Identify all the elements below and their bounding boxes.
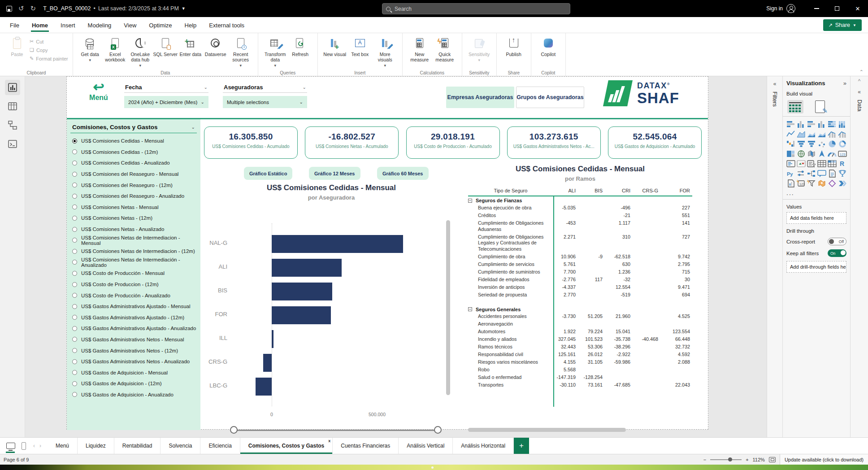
- pie-chart-icon[interactable]: [828, 140, 837, 148]
- matrix-row[interactable]: Automotores1.92279.22415.041123.554: [468, 328, 692, 336]
- page-tab-an-lisis-horizontal[interactable]: Análisis Horizontal: [453, 438, 514, 454]
- transform-data-button[interactable]: Transform data ▾: [263, 36, 288, 68]
- quick-measure-button[interactable]: ϟQuick measure: [432, 36, 457, 62]
- document-title[interactable]: T_BO_APS_00002 • Last saved: 2/3/2025 at…: [43, 5, 186, 12]
- radio-icon[interactable]: [72, 326, 77, 331]
- collapse-ribbon-icon[interactable]: ⌃: [859, 69, 864, 75]
- clustered-column-chart-icon[interactable]: [817, 120, 826, 128]
- menu-tab-external-tools[interactable]: External tools: [203, 18, 251, 32]
- bar[interactable]: [272, 306, 331, 324]
- radio-icon[interactable]: [72, 260, 77, 265]
- smart-filter-icon[interactable]: ϟ: [807, 179, 816, 187]
- grafico-estatico-button[interactable]: Gráfico Estático: [244, 167, 292, 180]
- map-icon[interactable]: [797, 150, 806, 158]
- excel-workbook-button[interactable]: XExcel workbook: [103, 36, 128, 62]
- matrix-row[interactable]: Créditos-21551: [468, 212, 692, 219]
- bar-chart[interactable]: NAL-GALIBISFORILLCRS-GLBC-G0500.000: [197, 218, 455, 418]
- paginated-report-icon[interactable]: [828, 170, 837, 178]
- chart-range-slider[interactable]: [230, 426, 442, 434]
- waterfall-chart-icon[interactable]: [786, 140, 795, 148]
- bar[interactable]: [272, 330, 273, 348]
- share-button[interactable]: ↗ Share ▼: [823, 19, 862, 31]
- radio-icon[interactable]: [72, 227, 77, 232]
- matrix-column-header[interactable]: CRI: [603, 187, 631, 194]
- publish-button[interactable]: Publish: [501, 36, 526, 57]
- next-page-icon[interactable]: ›: [39, 443, 41, 449]
- save-icon[interactable]: [6, 6, 12, 12]
- slicer-icon[interactable]: [807, 160, 816, 168]
- more-visuals-button[interactable]: More visuals ▾: [373, 36, 398, 68]
- radio-icon[interactable]: [72, 216, 77, 221]
- matrix-horizontal-scrollbar[interactable]: [468, 428, 626, 432]
- 100-stacked-column-chart-icon[interactable]: [838, 120, 847, 128]
- arcgis-map-icon[interactable]: [817, 179, 826, 187]
- metric-option[interactable]: US$ Comisiones Netas de Intermediacion -…: [72, 246, 200, 257]
- bar[interactable]: [272, 235, 403, 253]
- metric-option[interactable]: US$ Comisiones Cedidas - Mensual: [72, 135, 200, 147]
- matrix-column-header[interactable]: FOR: [659, 187, 691, 194]
- metric-option[interactable]: US$ Gastos Administrativos Ajustado - (1…: [72, 312, 200, 323]
- expand-data-icon[interactable]: «: [851, 89, 868, 95]
- report-visual-icon[interactable]: [786, 179, 795, 187]
- dax-query-view-icon[interactable]: [5, 136, 20, 152]
- menu-tab-insert[interactable]: Insert: [54, 18, 82, 32]
- ribbon-chart-icon[interactable]: [838, 130, 847, 138]
- stacked-bar-chart-icon[interactable]: [786, 120, 795, 128]
- metric-option[interactable]: US$ Comisiones del Reaseguro - Anualizad…: [72, 191, 200, 202]
- kpi-card[interactable]: 103.273.615US$ Gastos Administrativos Ne…: [507, 126, 601, 159]
- radio-icon[interactable]: [72, 271, 77, 276]
- metric-option[interactable]: US$ Comisiones Netas - Mensual: [72, 202, 200, 213]
- kpi-card[interactable]: 52.545.064US$ Gastos de Adquisicion - Ac…: [608, 126, 702, 159]
- 100-stacked-bar-chart-icon[interactable]: [828, 120, 837, 128]
- metric-option[interactable]: US$ Gastos Administrativos Ajustado - Me…: [72, 301, 200, 312]
- matrix-row[interactable]: Cumplimiento de Obligaciones Legales y C…: [468, 233, 692, 253]
- metric-option[interactable]: US$ Comisiones Netas - (12m): [72, 213, 200, 224]
- funnel-icon[interactable]: [807, 140, 816, 148]
- kpi-card[interactable]: 29.018.191US$ Costo de Produccion - Acum…: [406, 126, 500, 159]
- menu-tab-home[interactable]: Home: [26, 18, 54, 32]
- sql-server-button[interactable]: SQL Server: [153, 36, 178, 57]
- expand-filters-icon[interactable]: «: [767, 81, 782, 87]
- radio-icon[interactable]: [72, 337, 77, 342]
- page-tab-eficiencia[interactable]: Eficiencia: [200, 438, 240, 454]
- line-and-clustered-column-chart-icon[interactable]: [828, 130, 837, 138]
- drill-through-field-well[interactable]: Add drill-through fields here: [786, 261, 846, 273]
- empresas-aseguradoras-button[interactable]: Empresas Aseguradoras: [446, 87, 514, 108]
- matrix-row[interactable]: Cumplimiento de servicios5.7616302.795: [468, 261, 692, 269]
- radio-icon[interactable]: [72, 238, 77, 243]
- chevron-down-icon[interactable]: ⌄: [204, 85, 208, 90]
- data-pane-collapsed[interactable]: ^ « Data: [850, 76, 868, 437]
- page-tab-men-[interactable]: Menú: [48, 438, 78, 454]
- metric-option[interactable]: US$ Comisiones Netas de Intermediación -…: [72, 257, 200, 268]
- decomposition-tree-icon[interactable]: [807, 170, 816, 178]
- minimize-button[interactable]: [806, 0, 827, 17]
- matrix-group-row[interactable]: −Seguros Generales: [468, 305, 692, 313]
- power-apps-icon[interactable]: [828, 179, 837, 187]
- radio-icon[interactable]: [72, 172, 77, 177]
- funnel-chart-icon[interactable]: [797, 140, 806, 148]
- matrix-row[interactable]: Cumplimiento de obra10.906-9-62.5189.742: [468, 253, 692, 261]
- radio-icon[interactable]: [72, 183, 77, 187]
- scatter-chart-icon[interactable]: [817, 140, 826, 148]
- aseguradoras-dropdown[interactable]: Multiple selections⌄: [223, 96, 307, 108]
- radio-icon[interactable]: [72, 381, 77, 386]
- slider-handle-right[interactable]: [434, 426, 442, 434]
- dynamic-card-icon[interactable]: 123ϟ: [797, 179, 806, 187]
- menu-tab-modeling[interactable]: Modeling: [82, 18, 118, 32]
- scroll-up-icon[interactable]: ^: [851, 78, 868, 84]
- metric-option[interactable]: US$ Comisiones Cedidas - Anualizado: [72, 157, 200, 169]
- filters-pane-collapsed[interactable]: « Filters: [767, 76, 782, 437]
- radio-icon[interactable]: [72, 304, 77, 309]
- fit-to-page-icon[interactable]: [769, 457, 776, 462]
- metrics-icon[interactable]: [838, 170, 847, 178]
- metric-option[interactable]: US$ Comisiones Netas de Intermediacion -…: [72, 235, 200, 246]
- page-tab-liquidez[interactable]: Liquidez: [78, 438, 114, 454]
- new-visual-button[interactable]: +New visual: [322, 36, 347, 57]
- build-visual-mode-button[interactable]: [787, 100, 803, 113]
- update-available-link[interactable]: Update available (click to download): [780, 454, 868, 465]
- metric-option[interactable]: US$ Costo de Producción - Mensual: [72, 268, 200, 279]
- zoom-slider[interactable]: [710, 459, 742, 460]
- metric-option[interactable]: US$ Gastos Administrativos Netos - Anual…: [72, 356, 200, 367]
- metric-option[interactable]: US$ Comisiones del Reaseguro - Mensual: [72, 169, 200, 180]
- matrix-group-row[interactable]: −Seguros de Fianzas: [468, 196, 692, 204]
